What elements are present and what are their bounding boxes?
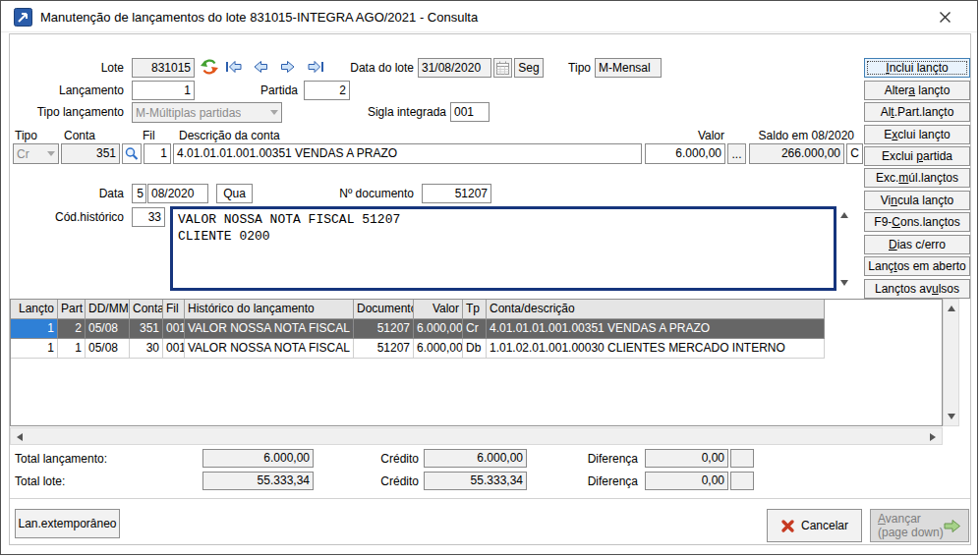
button-label: Lançtos em aberto <box>868 259 965 273</box>
header-part: Part <box>58 300 86 319</box>
table-vertical-scrollbar[interactable] <box>943 299 959 426</box>
total-lancamento-diferenca-field: 0,00 <box>645 449 728 468</box>
nav-first-button[interactable] <box>223 58 243 76</box>
cell-part: 2 <box>58 319 86 339</box>
total-lote-credito-field: 55.333,34 <box>424 472 527 490</box>
scroll-up-icon <box>948 306 955 311</box>
header-lancto: Lançto <box>11 300 58 319</box>
cell-part: 1 <box>58 339 86 359</box>
cell-tp: Db <box>463 339 487 359</box>
scroll-left-icon <box>17 433 23 441</box>
historico-scroll-down-button[interactable] <box>837 277 851 289</box>
exc-mul-lanctos-button[interactable]: Exc.múl.lançtos <box>864 168 970 188</box>
table-row[interactable]: 1 2 05/08 351 001 VALOR NOSSA NOTA FISCA… <box>11 319 942 339</box>
lan-extemporaneo-button[interactable]: Lan.extemporâneo <box>15 509 120 538</box>
table-row[interactable]: 1 1 05/08 30 001 VALOR NOSSA NOTA FISCAL… <box>11 339 942 359</box>
f9-cons-lanctos-button[interactable]: F9-Cons.lançtos <box>864 212 970 232</box>
diferenca-label: Diferença <box>571 472 638 491</box>
conta-tipo-dropdown[interactable]: Cr <box>13 143 59 164</box>
last-record-icon <box>308 59 324 75</box>
data-label: Data <box>60 184 124 203</box>
table-horizontal-scrollbar[interactable] <box>10 427 943 445</box>
conta-valor-header: Valor <box>650 126 724 145</box>
historico-scroll-up-button[interactable] <box>837 209 851 221</box>
button-label: Cancelar <box>801 519 848 532</box>
conta-tipo-value: Cr <box>17 145 29 163</box>
header-documento: Documento <box>354 300 414 319</box>
dias-c-erro-button[interactable]: Dias c/erro <box>864 235 970 254</box>
chevron-down-icon <box>270 110 278 115</box>
altera-lancto-button[interactable]: Altera lançto <box>864 81 970 100</box>
avancar-line2: (page down) <box>878 526 944 539</box>
lote-label: Lote <box>21 58 124 78</box>
inclui-lancto-button[interactable]: Inclui lançto <box>864 58 970 78</box>
historico-textarea[interactable]: VALOR NOSSA NOTA FISCAL 51207 CLIENTE 02… <box>170 206 836 291</box>
conta-tipo-header: Tipo <box>15 126 54 145</box>
cell-ddmm: 05/08 <box>86 339 130 359</box>
exclui-partida-button[interactable]: Exclui partida <box>864 146 970 166</box>
conta-field[interactable]: 351 <box>61 143 120 164</box>
scroll-down-icon <box>948 414 955 419</box>
bottom-separator <box>10 498 970 499</box>
weekday-lote-box: Seg <box>514 58 544 78</box>
sigla-integrada-field[interactable]: 001 <box>450 102 490 122</box>
total-lancamento-label: Total lançamento: <box>15 449 143 469</box>
scroll-right-icon <box>930 433 936 441</box>
lancamento-field[interactable]: 1 <box>132 81 195 100</box>
window-title: Manutenção de lançamentos do lote 831015… <box>40 10 478 25</box>
total-lote-diferenca-field: 0,00 <box>645 472 728 490</box>
app-icon <box>14 8 32 27</box>
cell-conta-descricao: 1.01.02.01.001.00030 CLIENTES MERCADO IN… <box>487 339 825 359</box>
exclui-lancto-button[interactable]: Exclui lançto <box>864 125 970 144</box>
descricao-conta-field[interactable]: 4.01.01.01.001.00351 VENDAS A PRAZO <box>173 143 642 164</box>
avancar-button[interactable]: Avançar (page down) <box>870 509 969 542</box>
nav-next-button[interactable] <box>278 58 298 76</box>
lanctos-em-aberto-button[interactable]: Lançtos em aberto <box>864 256 970 276</box>
cell-documento: 51207 <box>354 319 414 339</box>
credito-label: Crédito <box>360 472 419 491</box>
lote-field[interactable]: 831015 <box>132 58 195 78</box>
button-label: Lan.extemporâneo <box>18 517 116 530</box>
cod-historico-label: Cód.histórico <box>40 207 124 227</box>
lanctos-avulsos-button[interactable]: Lançtos avulsos <box>864 279 970 299</box>
valor-field[interactable]: 6.000,00 <box>645 143 725 164</box>
alt-part-lancto-button[interactable]: Alt.Part.lançto <box>864 102 970 122</box>
button-label: Exc.múl.lançtos <box>876 171 958 185</box>
fil-field[interactable]: 1 <box>144 143 171 164</box>
weekday-box: Qua <box>216 184 253 203</box>
cod-historico-field[interactable]: 33 <box>132 207 165 227</box>
diferenca-label: Diferença <box>571 449 638 469</box>
nav-previous-button[interactable] <box>251 58 270 76</box>
title-bar: Manutenção de lançamentos do lote 831015… <box>1 1 977 32</box>
button-label: Avançar (page down) <box>878 512 944 539</box>
button-label: Vincula lançto <box>881 194 954 207</box>
conta-search-button[interactable] <box>122 143 142 164</box>
cancel-x-icon <box>780 519 795 533</box>
documento-field[interactable]: 51207 <box>422 184 491 203</box>
button-label: F9-Cons.lançtos <box>874 215 959 229</box>
conta-conta-header: Conta <box>64 126 113 145</box>
tipo-lancamento-dropdown[interactable]: M-Múltiplas partidas <box>132 102 282 123</box>
cell-fil: 001 <box>163 339 185 359</box>
data-do-lote-field[interactable]: 31/08/2020 <box>418 58 491 78</box>
data-dia-field[interactable]: 5 <box>132 184 146 203</box>
data-mes-field[interactable]: 08/2020 <box>147 184 208 203</box>
refresh-button[interactable] <box>199 56 220 78</box>
cancelar-button[interactable]: Cancelar <box>767 509 862 542</box>
nav-last-button[interactable] <box>306 58 325 76</box>
button-label: Lançtos avulsos <box>875 282 959 296</box>
scroll-down-icon <box>840 280 848 286</box>
lancamento-label: Lançamento <box>21 81 124 100</box>
tipo-field[interactable]: M-Mensal <box>595 58 662 78</box>
valor-ellipsis-button[interactable]: ... <box>727 143 746 164</box>
button-label: Exclui lançto <box>884 128 950 141</box>
saldo-field[interactable]: 266.000,00 <box>749 143 844 164</box>
header-conta-descricao: Conta/descrição <box>487 300 825 319</box>
documento-label: Nº documento <box>335 184 414 203</box>
diferenca-cd-box <box>730 449 754 468</box>
partida-field[interactable]: 2 <box>304 81 350 100</box>
close-button[interactable] <box>931 4 958 29</box>
vincula-lancto-button[interactable]: Vincula lançto <box>864 191 970 210</box>
next-record-icon <box>280 59 296 75</box>
calendar-button[interactable] <box>493 58 512 78</box>
